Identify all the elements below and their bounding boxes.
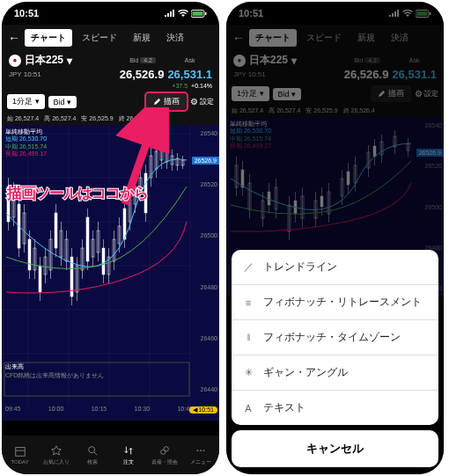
time-tag: ◀ 10:51 <box>189 406 217 414</box>
chart-toolbar: 1分足 ▾ Bid ▾ 描画 ⚙ 設定 <box>2 91 219 113</box>
change-abs: +37.5 <box>172 83 188 89</box>
back-icon[interactable]: ← <box>5 31 23 45</box>
menu-item-gann[interactable]: ✳ギャン・アングル <box>232 355 438 391</box>
action-sheet: ／トレンドライン ≡フィボナッチ・リトレースメント ⦀フィボナッチ・タイムゾーン… <box>232 250 438 467</box>
bid-label: Bid 4.2 <box>120 57 168 63</box>
svg-point-86 <box>89 446 95 452</box>
phone-left: 10:51 ← チャート スピード 新規 決済 ● 日本225 ▾ Bid 4.… <box>2 2 219 474</box>
change-pct: +0.14% <box>191 83 212 89</box>
jp-flag-icon: ● <box>9 55 21 67</box>
instrument-bar: ● 日本225 ▾ Bid 4.2 Ask JPY 10:51 26,526.9… <box>2 51 219 83</box>
tab-favorite[interactable]: お気に入り <box>38 436 74 474</box>
pencil-icon <box>153 98 161 106</box>
volume-panel: 出来高 CFD銘柄は出来高情報がありません <box>5 362 104 380</box>
bidask-dropdown[interactable]: Bid ▾ <box>48 96 77 108</box>
cancel-button[interactable]: キャンセル <box>232 430 438 467</box>
bid-price[interactable]: 26,526.9 <box>120 68 168 81</box>
svg-line-87 <box>94 451 98 455</box>
chevron-down-icon: ▾ <box>67 55 72 67</box>
status-indicators <box>165 10 207 18</box>
svg-point-91 <box>201 450 202 451</box>
settings-button[interactable]: ⚙ 設定 <box>190 97 214 106</box>
change-row: +37.5 +0.14% <box>2 83 219 91</box>
bottom-tabbar: TODAY お気に入り 検索 注文 資産・照会 メニュー <box>2 436 219 474</box>
trendline-icon: ／ <box>242 260 254 274</box>
nav-tab-new[interactable]: 新規 <box>127 29 157 47</box>
status-time: 10:51 <box>14 8 39 18</box>
timeframe-dropdown[interactable]: 1分足 ▾ <box>7 94 45 109</box>
phone-right: 10:51 ← チャート スピード 新規 決済 ● 日本225 ▾ Bid 4.… <box>226 2 444 474</box>
svg-point-89 <box>164 446 168 450</box>
ask-label: Ask <box>167 57 212 63</box>
menu-item-text[interactable]: Aテキスト <box>232 391 438 425</box>
tab-search[interactable]: 検索 <box>74 436 110 474</box>
svg-point-92 <box>203 450 205 451</box>
draw-button[interactable]: 描画 <box>146 93 187 110</box>
ohlc-bar: 始 26,527.4 高 26,527.4 安 26,525.9 終 26,52… <box>2 113 219 125</box>
instrument-name[interactable]: ● 日本225 ▾ <box>9 53 120 68</box>
gear-icon: ⚙ <box>190 97 198 106</box>
text-icon: A <box>242 403 254 414</box>
fib-retrace-icon: ≡ <box>242 297 254 308</box>
tab-today[interactable]: TODAY <box>2 436 38 474</box>
status-bar: 10:51 <box>2 2 219 25</box>
tab-menu[interactable]: メニュー <box>183 436 219 474</box>
top-nav: ← チャート スピード 新規 決済 <box>2 25 219 51</box>
ma-legend: 単純移動平均 短期 26,530.70 中期 26,515.74 長期 26,4… <box>5 128 47 158</box>
svg-rect-84 <box>15 448 25 457</box>
ask-price[interactable]: 26,531.1 <box>167 68 212 81</box>
tab-asset[interactable]: 資産・照会 <box>147 436 183 474</box>
fib-timezone-icon: ⦀ <box>242 332 254 343</box>
nav-tab-chart[interactable]: チャート <box>25 29 72 47</box>
svg-rect-1 <box>193 11 203 16</box>
nav-tab-speed[interactable]: スピード <box>76 29 123 47</box>
y-axis: 265402652026500264802646026440 <box>201 125 217 421</box>
svg-point-90 <box>197 450 199 451</box>
x-axis: 09:4510:0010:1510:3010:45 <box>5 402 193 412</box>
nav-tab-settle[interactable]: 決済 <box>160 29 190 47</box>
tab-order[interactable]: 注文 <box>111 436 147 474</box>
chart-area[interactable]: 単純移動平均 短期 26,530.70 中期 26,515.74 長期 26,4… <box>2 125 219 421</box>
menu-item-trendline[interactable]: ／トレンドライン <box>232 250 438 285</box>
instrument-sub: JPY 10:51 <box>9 70 120 78</box>
svg-rect-2 <box>205 12 207 15</box>
menu-item-fib-timezone[interactable]: ⦀フィボナッチ・タイムゾーン <box>232 320 438 355</box>
annotation-callout: 描画ツールはココから <box>7 183 189 203</box>
gann-icon: ✳ <box>242 367 254 378</box>
price-tag: 26526.9 <box>192 157 219 165</box>
menu-item-fib-retrace[interactable]: ≡フィボナッチ・リトレースメント <box>232 285 438 320</box>
draw-tool-menu: ／トレンドライン ≡フィボナッチ・リトレースメント ⦀フィボナッチ・タイムゾーン… <box>232 250 438 425</box>
